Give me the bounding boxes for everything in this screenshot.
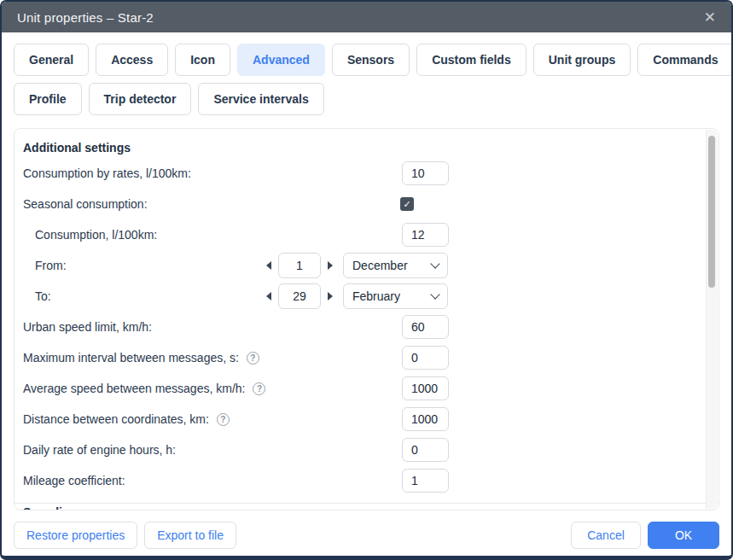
tab-access[interactable]: Access: [96, 44, 168, 76]
field-label: Consumption, l/100km:: [35, 228, 157, 242]
form-row-urban-speed-limit: Urban speed limit, km/h:: [23, 312, 698, 342]
field-label: Consumption by rates, l/100km:: [23, 166, 191, 180]
decrement-day-icon[interactable]: [266, 261, 271, 270]
tab-profile[interactable]: Profile: [14, 83, 82, 115]
tab-custom-fields[interactable]: Custom fields: [416, 44, 526, 76]
settings-panel: Additional settings Consumption by rates…: [14, 128, 719, 510]
engine-hours-input[interactable]: [402, 438, 449, 462]
checkmark-icon: ✓: [403, 199, 410, 210]
tab-sensors[interactable]: Sensors: [332, 44, 410, 76]
field-label: Maximum interval between messages, s:: [23, 351, 239, 365]
decrement-day-icon[interactable]: [266, 292, 271, 300]
seasonal-consumption-input[interactable]: [402, 223, 449, 247]
tab-icon[interactable]: Icon: [175, 44, 230, 76]
field-label: Seasonal consumption:: [23, 197, 148, 211]
distance-coordinates-input[interactable]: [402, 407, 449, 431]
close-icon[interactable]: ✕: [704, 10, 716, 25]
next-section-title-clipped: Speeding: [23, 505, 698, 510]
to-date-controls: February: [266, 283, 448, 309]
selected-month: February: [352, 289, 400, 303]
from-day-input[interactable]: [278, 253, 321, 278]
titlebar: Unit properties – Star-2 ✕: [2, 2, 731, 32]
scrollbar-track[interactable]: [706, 130, 718, 509]
chevron-down-icon: [430, 259, 439, 268]
form-row-seasonal-consumption: Seasonal consumption: ✓: [23, 189, 698, 219]
from-month-select[interactable]: December: [343, 253, 448, 278]
tab-general[interactable]: General: [14, 44, 89, 76]
form-row-mileage-coefficient: Mileage coefficient:: [23, 465, 698, 496]
restore-properties-button[interactable]: Restore properties: [14, 522, 137, 549]
help-icon[interactable]: ?: [247, 352, 259, 365]
cancel-button[interactable]: Cancel: [571, 522, 641, 549]
section-divider: [15, 503, 718, 504]
form-row-consumption-by-rates: Consumption by rates, l/100km:: [23, 158, 698, 189]
mileage-coefficient-input[interactable]: [402, 469, 449, 493]
increment-day-icon[interactable]: [328, 261, 333, 270]
to-day-input[interactable]: [278, 283, 321, 309]
section-title: Additional settings: [23, 141, 698, 155]
form-row-to: To: February: [23, 281, 698, 312]
form-row-from: From: December: [23, 250, 698, 281]
increment-day-icon[interactable]: [328, 292, 333, 300]
field-label: Daily rate of engine hours, h:: [23, 443, 176, 457]
form-row-average-speed: Average speed between messages, km/h: ?: [23, 373, 698, 404]
scrollbar-thumb[interactable]: [708, 136, 715, 288]
tab-trip-detector[interactable]: Trip detector: [89, 83, 192, 115]
help-icon[interactable]: ?: [217, 413, 230, 426]
consumption-by-rates-input[interactable]: [402, 161, 449, 185]
tab-commands[interactable]: Commands: [637, 44, 733, 76]
selected-month: December: [352, 259, 408, 272]
average-speed-input[interactable]: [402, 376, 449, 400]
field-label: Mileage coefficient:: [23, 474, 125, 487]
max-interval-input[interactable]: [402, 346, 449, 370]
export-to-file-button[interactable]: Export to file: [144, 522, 236, 549]
form-row-engine-hours: Daily rate of engine hours, h:: [23, 435, 698, 465]
field-label: Average speed between messages, km/h:: [23, 382, 245, 395]
form-row-distance-coordinates: Distance between coordinates, km: ?: [23, 404, 698, 435]
footer-bar: Restore properties Export to file Cancel…: [2, 510, 731, 560]
tab-row-2: Profile Trip detector Service intervals: [14, 83, 719, 115]
from-date-controls: December: [266, 253, 448, 278]
tab-service-intervals[interactable]: Service intervals: [198, 83, 323, 115]
field-label: Distance between coordinates, km:: [23, 412, 209, 426]
urban-speed-limit-input[interactable]: [402, 315, 449, 339]
seasonal-consumption-checkbox[interactable]: ✓: [400, 197, 414, 211]
field-label: Urban speed limit, km/h:: [23, 320, 152, 334]
tab-row-1: General Access Icon Advanced Sensors Cus…: [14, 44, 719, 76]
help-icon[interactable]: ?: [253, 382, 265, 395]
dialog-title: Unit properties – Star-2: [17, 10, 154, 25]
form-row-seasonal-value: Consumption, l/100km:: [23, 219, 698, 250]
field-label: To:: [35, 289, 51, 303]
tab-unit-groups[interactable]: Unit groups: [533, 44, 631, 76]
form-row-max-interval: Maximum interval between messages, s: ?: [23, 342, 698, 373]
to-month-select[interactable]: February: [343, 283, 448, 309]
tab-bar: General Access Icon Advanced Sensors Cus…: [2, 32, 731, 122]
ok-button[interactable]: OK: [648, 522, 719, 549]
chevron-down-icon: [430, 289, 439, 299]
tab-advanced[interactable]: Advanced: [237, 44, 325, 76]
unit-properties-dialog: Unit properties – Star-2 ✕ General Acces…: [0, 0, 733, 560]
field-label: From:: [35, 259, 67, 272]
